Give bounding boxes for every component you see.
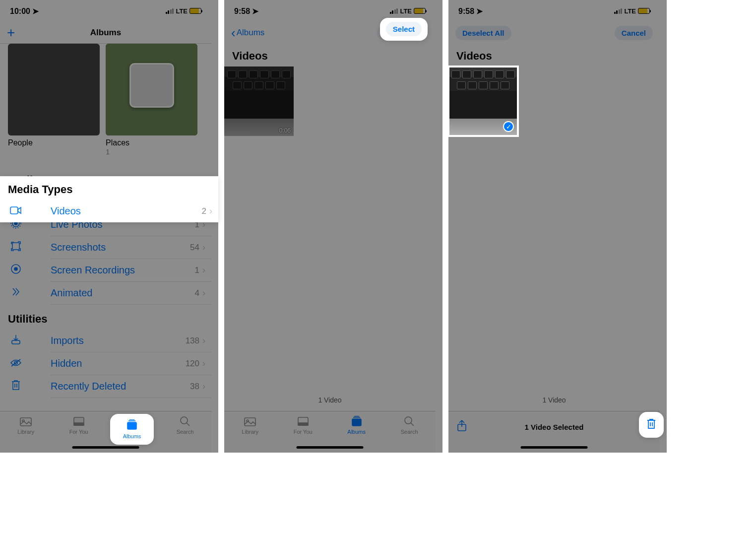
status-bar: 10:00 ➤ LTE [0, 0, 211, 22]
utilities-list: Imports138›Hidden120›Recently Deleted38› [0, 330, 211, 398]
deselect-all-button[interactable]: Deselect All [455, 26, 511, 40]
home-indicator[interactable] [521, 446, 588, 449]
svg-rect-4 [12, 243, 19, 250]
clock: 10:00 ➤ [10, 6, 39, 16]
chevron-right-icon: › [202, 358, 205, 369]
signal-icon [614, 8, 623, 14]
albums-screen: 10:00 ➤ LTE + Albums People Places 1 Med… [0, 0, 211, 453]
videos-select-screen: 9:58 ➤ LTE Deselect All Cancel Videos ✓ … [448, 0, 660, 453]
tab-search[interactable]: Search [401, 415, 418, 453]
import-icon [8, 334, 24, 348]
row-recently-deleted[interactable]: Recently Deleted38› [0, 375, 211, 398]
row-hidden[interactable]: Hidden120› [0, 352, 211, 375]
tab-search[interactable]: Search [177, 415, 194, 453]
home-indicator[interactable] [297, 446, 364, 449]
hidden-icon [8, 357, 24, 370]
video-thumbnail-selected[interactable]: ✓ [448, 67, 518, 136]
svg-point-22 [405, 417, 412, 424]
signal-icon [166, 8, 174, 14]
svg-rect-16 [127, 422, 136, 429]
network-label: LTE [176, 7, 188, 15]
signal-icon [390, 8, 398, 14]
for-you-icon [72, 415, 86, 427]
svg-point-14 [181, 417, 188, 424]
svg-rect-7 [12, 340, 20, 344]
album-people[interactable]: People [8, 44, 100, 156]
battery-icon [189, 8, 201, 14]
row-imports[interactable]: Imports138› [0, 330, 211, 352]
row-screen-recordings[interactable]: Screen Recordings1› [0, 259, 211, 282]
share-button[interactable] [456, 419, 467, 435]
albums-row: People Places 1 [0, 44, 211, 166]
tab-library[interactable]: Library [242, 415, 258, 453]
svg-rect-9 [20, 418, 31, 426]
album-places[interactable]: Places 1 [106, 44, 197, 156]
search-icon [178, 415, 192, 427]
utilities-header: Utilities [0, 305, 211, 330]
highlight-select: Select [380, 18, 428, 41]
chevron-right-icon: › [202, 265, 205, 275]
trash-icon [8, 380, 24, 394]
svg-rect-21 [352, 419, 361, 426]
back-button[interactable]: ‹Albums [231, 25, 264, 41]
add-button[interactable]: + [7, 25, 15, 41]
select-button[interactable]: Select [386, 22, 422, 36]
page-title: Videos [448, 44, 660, 67]
page-title: Videos [224, 44, 436, 67]
nav-title: Albums [0, 28, 211, 38]
library-icon [19, 415, 33, 427]
battery-icon [414, 8, 426, 14]
svg-rect-15 [10, 207, 18, 214]
selection-count: 1 Video Selected [525, 423, 584, 431]
nav-bar: Deselect All Cancel [448, 22, 660, 44]
svg-point-6 [14, 268, 17, 270]
highlight-media-videos: Media Types Videos2› [0, 176, 218, 222]
row-screenshots[interactable]: Screenshots54› [0, 236, 211, 259]
status-bar: 9:58 ➤ LTE [448, 0, 660, 22]
video-icon [8, 205, 24, 218]
highlight-albums-tab: Albums [110, 414, 154, 445]
row-videos[interactable]: Videos2› [0, 200, 218, 222]
battery-icon [638, 8, 650, 14]
animated-icon [8, 286, 24, 300]
footer-count: 1 Video [448, 396, 660, 404]
selected-check-icon: ✓ [503, 121, 514, 132]
chevron-right-icon: › [202, 288, 205, 298]
tab-library[interactable]: Library [17, 415, 34, 453]
video-duration: 0:06 [279, 127, 291, 134]
cancel-button[interactable]: Cancel [615, 26, 653, 40]
record-icon [8, 264, 24, 277]
row-animated[interactable]: Animated4› [0, 282, 211, 305]
clock: 9:58 ➤ [234, 6, 258, 16]
chevron-right-icon: › [202, 242, 205, 253]
chevron-right-icon: › [202, 335, 205, 346]
svg-rect-12 [74, 423, 84, 425]
clock: 9:58 ➤ [458, 6, 483, 16]
svg-rect-20 [298, 423, 308, 425]
nav-bar: + Albums [0, 22, 211, 44]
home-indicator[interactable] [72, 446, 139, 449]
svg-rect-17 [245, 418, 255, 426]
videos-screen: 9:58 ➤ LTE ‹Albums Select ••• Videos 0:0… [224, 0, 436, 453]
screenshot-icon [8, 241, 24, 255]
chevron-right-icon: › [202, 381, 205, 392]
highlight-trash [639, 412, 664, 438]
footer-count: 1 Video [224, 396, 436, 404]
video-thumbnail[interactable]: 0:06 [224, 67, 294, 136]
albums-icon [126, 419, 138, 431]
